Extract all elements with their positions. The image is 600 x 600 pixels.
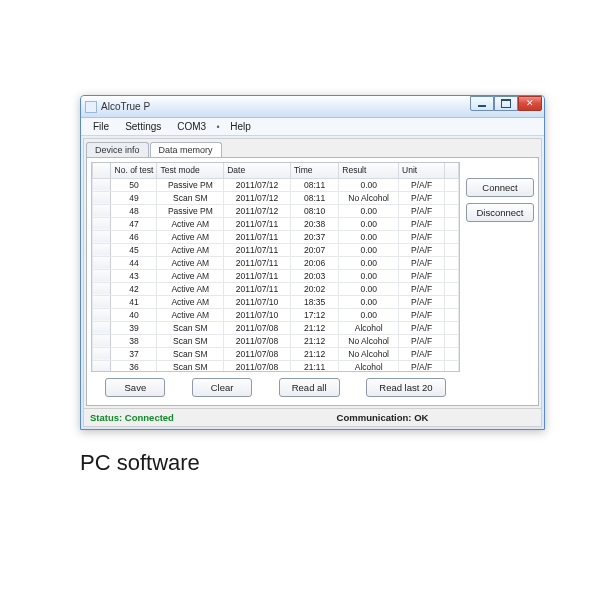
table-cell: 2011/07/11 xyxy=(224,217,291,230)
table-cell: Passive PM xyxy=(157,204,224,217)
table-cell: 2011/07/11 xyxy=(224,282,291,295)
table-cell: 21:12 xyxy=(290,334,338,347)
table-cell xyxy=(445,308,459,321)
table-row[interactable]: 50Passive PM2011/07/1208:110.00P/A/F xyxy=(93,178,459,191)
table-row[interactable]: 39Scan SM2011/07/0821:12AlcoholP/A/F xyxy=(93,321,459,334)
menu-file[interactable]: File xyxy=(85,119,117,134)
tab-data-memory[interactable]: Data memory xyxy=(150,142,222,157)
data-table: No. of test Test mode Date Time Result U… xyxy=(92,163,459,372)
table-cell: Passive PM xyxy=(157,178,224,191)
table-cell: 2011/07/12 xyxy=(224,191,291,204)
table-cell: 43 xyxy=(111,269,157,282)
table-cell xyxy=(445,217,459,230)
table-cell xyxy=(93,204,111,217)
table-row[interactable]: 49Scan SM2011/07/1208:11No AlcoholP/A/F xyxy=(93,191,459,204)
table-row[interactable]: 48Passive PM2011/07/1208:100.00P/A/F xyxy=(93,204,459,217)
table-cell xyxy=(93,360,111,372)
clear-button[interactable]: Clear xyxy=(192,378,252,397)
table-cell xyxy=(445,360,459,372)
table-cell: 2011/07/11 xyxy=(224,230,291,243)
table-row[interactable]: 47Active AM2011/07/1120:380.00P/A/F xyxy=(93,217,459,230)
app-icon xyxy=(85,101,97,113)
col-rowheader[interactable] xyxy=(93,163,111,178)
table-cell: Active AM xyxy=(157,217,224,230)
bottom-button-row: Save Clear Read all Read last 20 xyxy=(91,372,460,401)
left-pane: No. of test Test mode Date Time Result U… xyxy=(91,162,460,401)
table-row[interactable]: 42Active AM2011/07/1120:020.00P/A/F xyxy=(93,282,459,295)
table-row[interactable]: 46Active AM2011/07/1120:370.00P/A/F xyxy=(93,230,459,243)
table-cell: 48 xyxy=(111,204,157,217)
statusbar: Status: Connected Communication: OK xyxy=(84,408,541,426)
close-button[interactable] xyxy=(518,96,542,111)
menu-help[interactable]: Help xyxy=(222,119,259,134)
table-cell: 2011/07/08 xyxy=(224,347,291,360)
save-button[interactable]: Save xyxy=(105,378,165,397)
col-unit[interactable]: Unit xyxy=(399,163,445,178)
table-cell: P/A/F xyxy=(399,204,445,217)
table-cell: P/A/F xyxy=(399,308,445,321)
table-cell xyxy=(445,243,459,256)
table-cell: 2011/07/08 xyxy=(224,334,291,347)
table-cell: P/A/F xyxy=(399,282,445,295)
table-cell xyxy=(445,269,459,282)
connect-button[interactable]: Connect xyxy=(466,178,534,197)
table-cell: Active AM xyxy=(157,282,224,295)
table-cell: Active AM xyxy=(157,243,224,256)
status-connection: Status: Connected xyxy=(90,412,230,423)
table-cell: 0.00 xyxy=(339,178,399,191)
maximize-button[interactable] xyxy=(494,96,518,111)
col-time[interactable]: Time xyxy=(290,163,338,178)
table-cell xyxy=(445,295,459,308)
table-cell: 2011/07/10 xyxy=(224,295,291,308)
table-cell: 08:10 xyxy=(290,204,338,217)
col-no-of-test[interactable]: No. of test xyxy=(111,163,157,178)
table-row[interactable]: 45Active AM2011/07/1120:070.00P/A/F xyxy=(93,243,459,256)
table-cell xyxy=(93,269,111,282)
client-area: Device info Data memory No. of test Test… xyxy=(83,138,542,427)
table-cell xyxy=(93,243,111,256)
table-cell: 40 xyxy=(111,308,157,321)
menu-com-port[interactable]: COM3 xyxy=(169,119,214,134)
table-row[interactable]: 43Active AM2011/07/1120:030.00P/A/F xyxy=(93,269,459,282)
table-cell xyxy=(93,295,111,308)
read-all-button[interactable]: Read all xyxy=(279,378,340,397)
col-extra[interactable] xyxy=(445,163,459,178)
table-cell: 0.00 xyxy=(339,269,399,282)
table-cell: 20:02 xyxy=(290,282,338,295)
titlebar[interactable]: AlcoTrue P xyxy=(81,96,544,118)
menu-settings[interactable]: Settings xyxy=(117,119,169,134)
table-cell xyxy=(93,217,111,230)
app-window: AlcoTrue P File Settings COM3 • Help Dev… xyxy=(80,95,545,430)
table-cell: No Alcohol xyxy=(339,347,399,360)
table-cell: 2011/07/12 xyxy=(224,178,291,191)
col-test-mode[interactable]: Test mode xyxy=(157,163,224,178)
table-row[interactable]: 41Active AM2011/07/1018:350.00P/A/F xyxy=(93,295,459,308)
table-cell: P/A/F xyxy=(399,256,445,269)
disconnect-button[interactable]: Disconnect xyxy=(466,203,534,222)
table-cell xyxy=(445,256,459,269)
table-cell: P/A/F xyxy=(399,217,445,230)
table-row[interactable]: 40Active AM2011/07/1017:120.00P/A/F xyxy=(93,308,459,321)
table-cell: 39 xyxy=(111,321,157,334)
tabstrip: Device info Data memory xyxy=(84,139,541,157)
read-last-20-button[interactable]: Read last 20 xyxy=(366,378,445,397)
table-row[interactable]: 37Scan SM2011/07/0821:12No AlcoholP/A/F xyxy=(93,347,459,360)
table-cell xyxy=(93,321,111,334)
right-pane: Connect Disconnect xyxy=(466,162,534,401)
table-cell: 2011/07/11 xyxy=(224,256,291,269)
table-cell: 38 xyxy=(111,334,157,347)
table-cell xyxy=(93,334,111,347)
table-cell: 2011/07/12 xyxy=(224,204,291,217)
table-cell: 0.00 xyxy=(339,295,399,308)
col-date[interactable]: Date xyxy=(224,163,291,178)
tab-device-info[interactable]: Device info xyxy=(86,142,149,157)
minimize-button[interactable] xyxy=(470,96,494,111)
table-cell xyxy=(445,321,459,334)
table-cell: 2011/07/08 xyxy=(224,321,291,334)
col-result[interactable]: Result xyxy=(339,163,399,178)
table-row[interactable]: 44Active AM2011/07/1120:060.00P/A/F xyxy=(93,256,459,269)
table-row[interactable]: 38Scan SM2011/07/0821:12No AlcoholP/A/F xyxy=(93,334,459,347)
table-cell xyxy=(93,230,111,243)
table-row[interactable]: 36Scan SM2011/07/0821:11AlcoholP/A/F xyxy=(93,360,459,372)
table-cell xyxy=(93,191,111,204)
